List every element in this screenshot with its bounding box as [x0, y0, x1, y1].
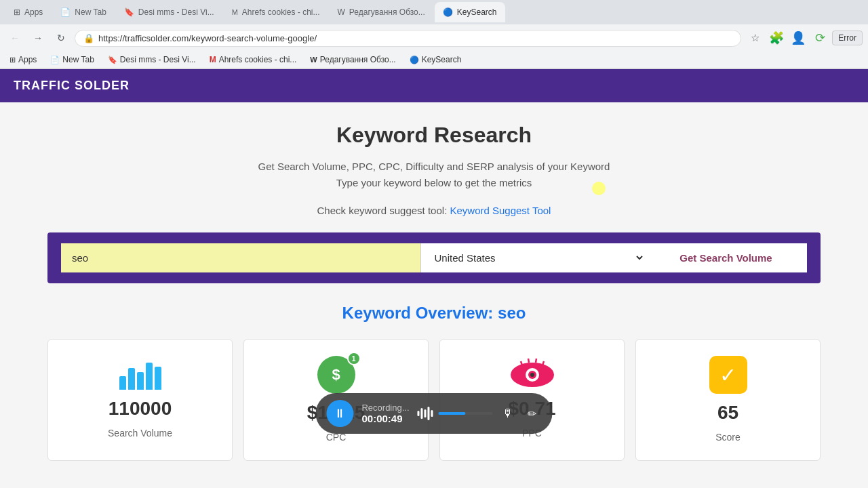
extensions-button[interactable]: 🧩 [767, 28, 786, 47]
subtitle-line2: Type your keyword below to get the metri… [336, 177, 532, 188]
url-input[interactable] [98, 33, 732, 43]
tab-favicon-desi: 🔖 [124, 7, 134, 17]
apps-icon: ⊞ [9, 56, 16, 64]
recording-progress-fill [439, 412, 466, 415]
desi-icon: 🔖 [108, 56, 117, 64]
score-label: Score [715, 432, 741, 443]
tab-title-desi: Desi mms - Desi Vi... [138, 7, 214, 17]
recording-timer: 00:00:49 [361, 413, 409, 424]
bar4 [146, 363, 153, 390]
recording-mic-button[interactable]: 🎙 [498, 404, 517, 423]
tab-favicon-key: 🔵 [443, 7, 453, 17]
site-logo: TRAFFIC SOLDER [14, 79, 854, 93]
page-title: Keyword Research [14, 123, 854, 148]
tab-new-tab[interactable]: 📄 New Tab [52, 2, 114, 22]
bookmark-apps-label: Apps [18, 55, 37, 64]
bookmark-new-tab[interactable]: 📄 New Tab [46, 54, 98, 66]
tab-title-ahrefs: Ahrefs cookies - chi... [242, 7, 320, 17]
eye-svg [509, 356, 556, 390]
recording-label: Recording... [361, 403, 409, 413]
check-icon: ✓ [709, 356, 747, 394]
money-badge: 1 [347, 352, 361, 365]
back-button[interactable]: ← [5, 28, 24, 47]
recording-progress [439, 412, 493, 415]
bar2 [128, 368, 135, 390]
browser-toolbar: ← → ↻ 🔒 ☆ 🧩 👤 ⟳ Error [0, 24, 868, 52]
search-volume-value: 110000 [108, 398, 172, 420]
bar3 [137, 372, 144, 390]
tab-favicon-ahrefs: M [232, 8, 238, 16]
bookmark-star-button[interactable]: ☆ [745, 28, 764, 47]
waveform-bar2 [421, 408, 423, 419]
sync-button[interactable]: ⟳ [810, 28, 829, 47]
tab-favicon-new: 📄 [60, 7, 71, 17]
browser-chrome: ⊞ Apps 📄 New Tab 🔖 Desi mms - Desi Vi...… [0, 0, 868, 69]
bar-chart-icon [119, 356, 161, 390]
eye-icon [509, 356, 556, 390]
tab-title-wiki: Редагування Обзо... [349, 7, 425, 17]
bookmark-wiki[interactable]: W Редагування Обзо... [306, 54, 399, 66]
search-volume-button[interactable]: Get Search Volume [645, 243, 807, 272]
bookmark-wiki-label: Редагування Обзо... [320, 55, 396, 64]
browser-actions: ☆ 🧩 👤 ⟳ Error [745, 28, 863, 47]
bookmark-desi[interactable]: 🔖 Desi mms - Desi Vi... [104, 54, 200, 66]
bookmark-apps[interactable]: ⊞ Apps [5, 54, 41, 66]
search-form: United States United Kingdom Canada Aust… [61, 243, 807, 272]
svg-line-5 [528, 359, 529, 363]
bar5 [155, 367, 161, 390]
bookmark-key-label: KeySearch [422, 55, 462, 64]
tab-title-new: New Tab [75, 7, 106, 17]
card-score: ✓ 65 Score [635, 339, 821, 461]
keyword-input[interactable] [61, 243, 420, 272]
overview-title: Keyword Overview: seo [14, 304, 854, 323]
bar1 [119, 376, 126, 390]
search-volume-label: Search Volume [108, 428, 172, 439]
bookmark-new-label: New Tab [62, 55, 94, 64]
tab-favicon-apps: ⊞ [14, 7, 20, 17]
forward-button[interactable]: → [28, 28, 47, 47]
new-tab-bookmark-icon: 📄 [50, 56, 60, 64]
tab-desi[interactable]: 🔖 Desi mms - Desi Vi... [116, 2, 222, 22]
waveform-bar5 [431, 410, 433, 417]
browser-tabs: ⊞ Apps 📄 New Tab 🔖 Desi mms - Desi Vi...… [0, 0, 868, 24]
recording-pause-button[interactable]: ⏸ [326, 400, 353, 427]
reload-button[interactable]: ↻ [52, 28, 71, 47]
suggest-prefix: Check keyword suggest tool: [317, 205, 448, 216]
tab-wikipedia[interactable]: W Редагування Обзо... [330, 2, 433, 22]
bookmark-ahrefs[interactable]: M Ahrefs cookies - chi... [205, 54, 301, 66]
subtitle-line1: Get Search Volume, PPC, CPC, Difficulty … [258, 161, 610, 172]
error-button[interactable]: Error [832, 30, 863, 45]
lock-icon: 🔒 [83, 33, 94, 43]
card-search-volume: 110000 Search Volume [47, 339, 233, 461]
tab-keysearch[interactable]: 🔵 KeySearch [435, 2, 505, 22]
search-form-wrapper: United States United Kingdom Canada Aust… [47, 232, 821, 283]
bookmarks-bar: ⊞ Apps 📄 New Tab 🔖 Desi mms - Desi Vi...… [0, 52, 868, 68]
country-select[interactable]: United States United Kingdom Canada Aust… [420, 243, 646, 272]
recording-controls: 🎙 ✏ [418, 404, 542, 423]
tab-apps[interactable]: ⊞ Apps [5, 2, 51, 22]
score-value: 65 [717, 402, 738, 424]
bookmark-keysearch[interactable]: 🔵 KeySearch [406, 54, 466, 66]
tab-title-key: KeySearch [457, 7, 497, 17]
ahrefs-icon: M [210, 55, 216, 64]
profile-button[interactable]: 👤 [789, 28, 808, 47]
keyword-suggest-link[interactable]: Keyword Suggest Tool [450, 205, 551, 216]
recording-waveform [418, 405, 433, 422]
site-header: TRAFFIC SOLDER [0, 69, 868, 102]
waveform-bar3 [425, 409, 427, 418]
keysearch-icon: 🔵 [410, 56, 419, 64]
money-icon: $ 1 [317, 356, 355, 394]
address-bar[interactable]: 🔒 [75, 30, 741, 47]
tab-ahrefs[interactable]: M Ahrefs cookies - chi... [224, 2, 328, 22]
recording-overlay: ⏸ Recording... 00:00:49 🎙 ✏ [315, 393, 552, 434]
tab-favicon-wiki: W [338, 7, 345, 17]
tab-title-apps: Apps [24, 7, 43, 17]
suggest-link-row: Check keyword suggest tool: Keyword Sugg… [14, 205, 854, 216]
svg-line-6 [536, 359, 536, 363]
waveform-bar1 [418, 411, 420, 416]
recording-pen-button[interactable]: ✏ [523, 404, 542, 423]
waveform-bar4 [428, 407, 430, 420]
bookmark-ahrefs-label: Ahrefs cookies - chi... [219, 55, 297, 64]
wiki-icon: W [310, 56, 317, 64]
recording-info: Recording... 00:00:49 [361, 403, 409, 424]
